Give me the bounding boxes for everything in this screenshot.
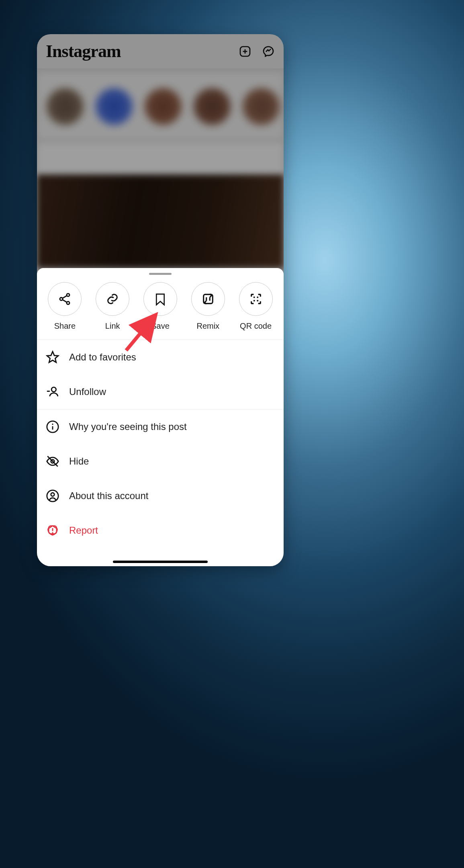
remix-action[interactable]: Remix [188,282,228,331]
hide-icon [46,454,59,468]
svg-point-20 [52,424,53,425]
report-item[interactable]: Report [37,513,284,548]
svg-marker-15 [47,352,58,362]
share-icon [58,292,72,306]
remix-label: Remix [196,321,219,331]
link-action[interactable]: Link [92,282,133,331]
svg-point-11 [253,297,255,298]
link-icon [106,292,119,306]
svg-point-5 [67,301,69,304]
menu-group-info: Why you're seeing this post Hide [37,409,284,548]
device-frame: Instagram [37,34,284,566]
home-indicator [113,561,208,563]
hide-label: Hide [69,456,89,467]
share-label: Share [54,321,76,331]
post-options-sheet: Share Link [37,268,284,566]
svg-point-4 [60,297,63,300]
unfollow-label: Unfollow [69,386,106,397]
svg-point-24 [51,493,55,496]
report-label: Report [69,525,98,536]
unfollow-icon [46,385,59,399]
qr-code-icon [249,292,263,306]
add-to-favorites-label: Add to favorites [69,352,136,363]
about-account-item[interactable]: About this account [37,479,284,513]
save-label: Save [151,321,170,331]
share-action[interactable]: Share [45,282,85,331]
save-action[interactable]: Save [140,282,180,331]
link-label: Link [105,321,120,331]
remix-icon [201,292,215,306]
qr-code-label: QR code [240,321,272,331]
bookmark-icon [154,292,166,306]
star-icon [46,350,59,364]
menu-group-follow: Add to favorites Unfollow [37,340,284,409]
qr-code-action[interactable]: QR code [236,282,276,331]
info-icon [46,420,59,434]
svg-point-12 [257,297,258,298]
quick-actions-row: Share Link [37,275,284,340]
why-seeing-post-label: Why you're seeing this post [69,421,187,432]
svg-point-3 [67,294,69,297]
svg-point-14 [257,300,258,301]
svg-point-13 [253,300,255,301]
account-icon [46,489,59,503]
about-account-label: About this account [69,490,148,502]
add-to-favorites-item[interactable]: Add to favorites [37,340,284,375]
svg-line-7 [63,300,67,303]
svg-point-27 [52,532,53,533]
unfollow-item[interactable]: Unfollow [37,375,284,409]
hide-item[interactable]: Hide [37,444,284,479]
svg-line-6 [63,296,67,299]
report-icon [46,524,59,537]
why-seeing-post-item[interactable]: Why you're seeing this post [37,409,284,444]
svg-point-16 [51,387,56,392]
